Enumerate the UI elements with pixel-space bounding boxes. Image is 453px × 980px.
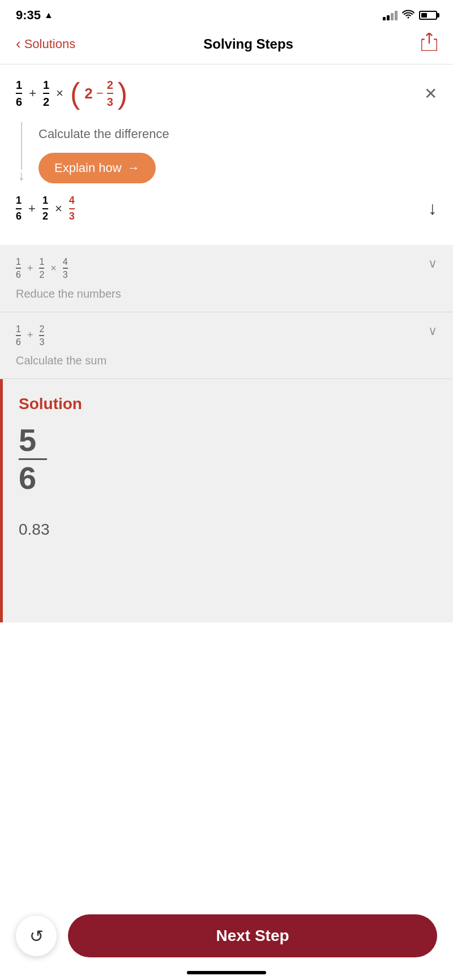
solution-title: Solution [19, 395, 437, 413]
next-step-button[interactable]: Next Step [68, 914, 437, 957]
explain-how-button[interactable]: Explain how → [39, 153, 156, 183]
main-expression: 1 6 + 1 2 × ( 2 − 2 3 ) [16, 78, 127, 109]
fraction-1-6: 1 6 [16, 78, 22, 109]
share-icon[interactable] [421, 33, 437, 55]
result-row: 1 6 + 1 2 × 4 3 ↓ [16, 195, 437, 231]
gray-frac-1-6-b: 1 6 [16, 324, 21, 347]
frac-bottom: 3 [107, 94, 113, 109]
nav-bar: ‹ Solutions Solving Steps [0, 27, 453, 65]
step-section: ↓ Calculate the difference Explain how → [16, 122, 437, 183]
gray-frac-1-2: 1 2 [39, 256, 44, 280]
status-icons [383, 10, 437, 22]
result-op-plus: + [28, 201, 36, 216]
result-expression: 1 6 + 1 2 × 4 3 [16, 195, 75, 222]
chevron-down-icon-1[interactable]: ∨ [428, 256, 437, 271]
step-arrow: ↓ [18, 167, 25, 183]
paren-content: 2 − 2 3 [84, 78, 113, 109]
chevron-down-icon-2[interactable]: ∨ [428, 324, 437, 338]
gray-step-2-math: 1 6 + 2 3 [16, 324, 44, 347]
frac-bottom: 2 [43, 94, 49, 109]
result-frac-1-2: 1 2 [42, 195, 48, 222]
gray-step-1: 1 6 + 1 2 × 4 3 ∨ Reduce the numbers [0, 245, 453, 312]
location-icon: ▲ [44, 10, 53, 20]
step-label: Calculate the difference [39, 127, 437, 141]
solution-numerator: 5 [19, 424, 36, 456]
back-circle-button[interactable]: ↺ [16, 915, 57, 956]
solution-section: Solution 5 6 Alternative Form 0.83 [0, 379, 453, 622]
solution-decimal: 0.83 [19, 521, 437, 539]
gray-step-1-math: 1 6 + 1 2 × 4 3 [16, 256, 68, 280]
main-content: 1 6 + 1 2 × ( 2 − 2 3 ) ✕ [0, 65, 453, 245]
gray-step-1-header: 1 6 + 1 2 × 4 3 ∨ [16, 256, 437, 287]
frac-bottom: 6 [16, 94, 22, 109]
close-button[interactable]: ✕ [424, 84, 437, 103]
battery-icon [419, 11, 437, 20]
page-title: Solving Steps [203, 36, 293, 52]
result-frac-4-3: 4 3 [69, 195, 75, 222]
back-button[interactable]: ‹ Solutions [16, 35, 75, 53]
op-plus: + [29, 86, 36, 101]
paren-left: ( [70, 79, 80, 108]
signal-icon [383, 10, 398, 20]
status-time: 9:35 [16, 8, 41, 23]
paren-right: ) [118, 79, 127, 108]
back-circle-icon: ↺ [29, 926, 44, 946]
arrow-icon: → [127, 161, 140, 175]
status-bar: 9:35 ▲ [0, 0, 453, 27]
gray-frac-4-3: 4 3 [63, 256, 68, 280]
step-content: Calculate the difference Explain how → [39, 122, 437, 183]
fraction-1-2: 1 2 [43, 78, 49, 109]
explain-btn-label: Explain how [54, 161, 122, 175]
bottom-bar: ↺ Next Step [0, 905, 453, 980]
main-expression-row: 1 6 + 1 2 × ( 2 − 2 3 ) ✕ [16, 78, 437, 109]
home-indicator [187, 971, 266, 974]
gray-frac-1-6: 1 6 [16, 256, 21, 280]
op-minus: − [96, 86, 104, 101]
frac-top: 2 [107, 78, 113, 94]
gray-step-2: 1 6 + 2 3 ∨ Calculate the sum [0, 312, 453, 379]
gray-step-2-header: 1 6 + 2 3 ∨ [16, 324, 437, 354]
gray-step-2-label: Calculate the sum [16, 354, 437, 367]
gray-step-1-label: Reduce the numbers [16, 287, 437, 300]
frac-top: 1 [43, 78, 49, 94]
solution-denominator: 6 [19, 462, 36, 494]
op-times: × [56, 86, 63, 101]
step-line: ↓ [16, 122, 27, 183]
solution-fraction: 5 6 [19, 424, 437, 494]
result-op-times: × [55, 201, 62, 216]
gray-frac-2-3: 2 3 [39, 324, 44, 347]
expand-down-icon[interactable]: ↓ [428, 198, 437, 219]
result-frac-1-6: 1 6 [16, 195, 22, 222]
back-label: Solutions [24, 37, 76, 51]
wifi-icon [402, 10, 414, 22]
whole-2: 2 [84, 85, 92, 102]
frac-top: 1 [16, 78, 22, 94]
fraction-2-3-red: 2 3 [107, 78, 113, 109]
